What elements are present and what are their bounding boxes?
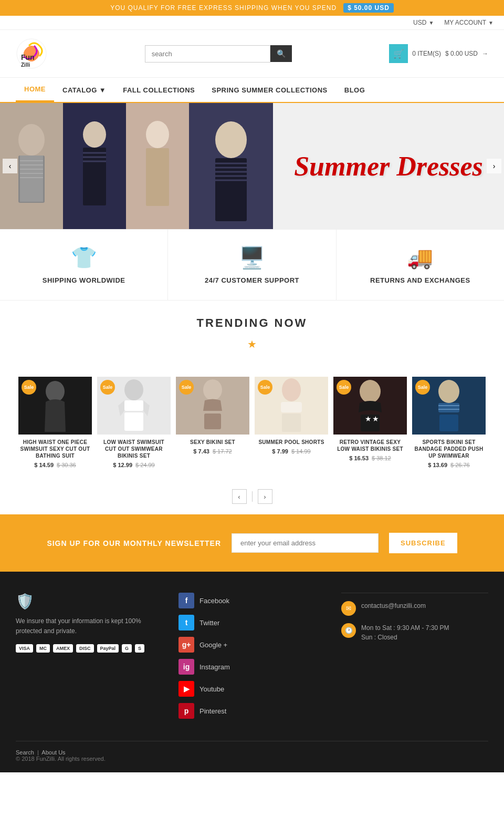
product-card-2[interactable]: Sale LOW WAIST SWIMSUIT CUT OUT SWIMWEAR… xyxy=(97,377,171,468)
my-account-button[interactable]: MY ACCOUNT ▼ xyxy=(444,19,494,26)
support-icon: 🖥️ xyxy=(239,245,265,270)
paypal-icon: PayPal xyxy=(97,644,119,653)
svg-point-48 xyxy=(438,380,459,403)
cart-total: $ 0.00 USD xyxy=(445,50,478,57)
footer-social-column: f Facebook t Twitter g+ Google + ig Inst… xyxy=(178,593,326,725)
sale-badge-2: Sale xyxy=(100,380,115,395)
feature-support: 🖥️ 24/7 CUSTOMER SUPPORT xyxy=(168,230,336,300)
nav-fall-collections[interactable]: FALL COLLECTIONS xyxy=(114,79,203,101)
pinterest-icon: p xyxy=(178,703,194,719)
svg-text:Fun: Fun xyxy=(21,53,35,61)
svg-rect-33 xyxy=(124,400,143,411)
pagination: ‹ › xyxy=(0,479,504,514)
svg-point-22 xyxy=(215,121,247,158)
footer-search-link[interactable]: Search xyxy=(16,749,34,756)
nav-spring-summer[interactable]: SPRING SUMMER COLLECTIONS xyxy=(203,79,336,101)
hero-prev-button[interactable]: ‹ xyxy=(3,159,17,173)
youtube-icon: ▶ xyxy=(178,681,194,697)
email-icon: ✉ xyxy=(341,601,356,616)
product-price-original-1: $ 30.36 xyxy=(57,462,76,468)
sale-badge-6: Sale xyxy=(415,380,430,395)
cart-items-count: 0 ITEM(S) xyxy=(412,50,441,57)
product-image-1: Sale xyxy=(18,377,92,435)
newsletter-label: SIGN UP FOR OUR MONTHLY NEWSLETTER xyxy=(47,539,221,547)
logo[interactable]: Fun Zilli xyxy=(16,38,47,69)
social-youtube[interactable]: ▶ Youtube xyxy=(178,681,326,697)
nav-home[interactable]: HOME xyxy=(16,78,54,102)
hero-image-3 xyxy=(126,103,189,229)
page-prev-button[interactable]: ‹ xyxy=(232,489,247,504)
product-prices-2: $ 12.99 $ 24.99 xyxy=(97,462,171,468)
svg-rect-20 xyxy=(146,148,169,206)
discover-icon: DISC xyxy=(76,644,94,653)
product-card-4[interactable]: Sale SUMMER POOL SHORTS $ 7.99 $ 14.99 xyxy=(255,377,328,468)
feature-returns: 🚚 RETURNS AND EXCHANGES xyxy=(337,230,504,300)
product-card-5[interactable]: Sale ★ ★ RETRO VINTAGE SEXY LOW WAIST BI… xyxy=(333,377,407,468)
top-banner: YOU QUALIFY FOR FREE EXPRESS SHIPPING WH… xyxy=(0,0,504,16)
svg-text:★: ★ xyxy=(365,415,372,423)
social-google-plus[interactable]: g+ Google + xyxy=(178,637,326,653)
search-button[interactable]: 🔍 xyxy=(270,45,292,62)
my-account-label: MY ACCOUNT xyxy=(444,19,486,26)
svg-point-36 xyxy=(203,379,222,400)
hero-image-4 xyxy=(189,103,273,229)
footer-trust-column: 🛡️ We insure that your information is ke… xyxy=(16,593,163,725)
product-price-current-1: $ 14.59 xyxy=(34,462,54,468)
footer-about-link[interactable]: About Us xyxy=(41,749,65,756)
subscribe-button[interactable]: SUBSCRIBE xyxy=(389,533,457,553)
product-price-original-6: $ 26.76 xyxy=(450,462,470,468)
footer-contact-column: ✉ contactus@funzilli.com 🕐 Mon to Sat : … xyxy=(341,593,488,725)
svg-point-30 xyxy=(46,381,65,402)
twitter-label: Twitter xyxy=(200,619,219,627)
product-prices-4: $ 7.99 $ 14.99 xyxy=(255,448,328,454)
shipping-amount: $ 50.00 USD xyxy=(343,3,394,13)
newsletter-email-input[interactable] xyxy=(232,533,379,553)
returns-icon: 🚚 xyxy=(407,245,433,270)
product-card-6[interactable]: Sale SPORTS BIKINI SET BANDAGE PADDED PU… xyxy=(412,377,486,468)
clock-icon: 🕐 xyxy=(341,623,356,638)
product-image-3: Sale xyxy=(176,377,249,435)
cart-arrow-icon: → xyxy=(482,50,488,57)
social-twitter[interactable]: t Twitter xyxy=(178,615,326,630)
cart-area[interactable]: 🛒 0 ITEM(S) $ 0.00 USD → xyxy=(389,44,488,63)
footer-grid: 🛡️ We insure that your information is ke… xyxy=(16,593,488,725)
social-pinterest[interactable]: p Pinterest xyxy=(178,703,326,719)
search-area: 🔍 xyxy=(145,45,292,63)
hero-images xyxy=(0,103,273,229)
svg-rect-34 xyxy=(124,412,143,431)
product-card-1[interactable]: Sale HIGH WAIST ONE PIECE SWIMSUIT SEXY … xyxy=(18,377,92,468)
svg-point-4 xyxy=(18,124,45,156)
instagram-icon: ig xyxy=(178,659,194,675)
hero-title: Summer Dresses xyxy=(294,151,483,182)
svg-rect-50 xyxy=(439,415,458,431)
product-price-current-5: $ 16.53 xyxy=(349,455,369,461)
svg-text:Zilli: Zilli xyxy=(21,62,30,68)
svg-point-32 xyxy=(124,379,143,400)
search-input[interactable] xyxy=(145,45,270,63)
social-facebook[interactable]: f Facebook xyxy=(178,593,326,608)
logo-icon: Fun Zilli xyxy=(16,38,47,69)
trending-star: ★ xyxy=(10,338,494,350)
product-price-original-5: $ 38.12 xyxy=(372,455,391,461)
features-strip: 👕 SHIPPING WORLDWIDE 🖥️ 24/7 CUSTOMER SU… xyxy=(0,229,504,301)
nav-blog[interactable]: BLOG xyxy=(336,79,374,101)
contact-email-item: ✉ contactus@funzilli.com xyxy=(341,601,488,616)
page-next-button[interactable]: › xyxy=(258,489,272,504)
social-instagram[interactable]: ig Instagram xyxy=(178,659,326,675)
nav-catalog[interactable]: CATALOG ▼ xyxy=(54,79,114,101)
svg-rect-40 xyxy=(281,402,302,412)
footer-divider xyxy=(341,593,488,593)
product-name-3: SEXY BIKINI SET xyxy=(176,439,249,446)
pinterest-label: Pinterest xyxy=(200,707,226,715)
shipping-title: SHIPPING WORLDWIDE xyxy=(43,276,125,284)
product-card-3[interactable]: Sale SEXY BIKINI SET $ 7.43 $ 17.72 xyxy=(176,377,249,468)
product-price-current-4: $ 7.99 xyxy=(272,448,288,454)
support-title: 24/7 CUSTOMER SUPPORT xyxy=(205,276,299,284)
svg-rect-6 xyxy=(20,156,43,202)
cart-icon: 🛒 xyxy=(389,44,408,63)
footer-copyright: © 2018 FunZilli. All rights reserved. xyxy=(16,756,106,762)
currency-selector[interactable]: USD ▼ xyxy=(413,19,434,26)
sale-badge-5: Sale xyxy=(337,380,351,395)
newsletter-section: SIGN UP FOR OUR MONTHLY NEWSLETTER SUBSC… xyxy=(0,514,504,572)
hero-next-button[interactable]: › xyxy=(487,159,501,173)
